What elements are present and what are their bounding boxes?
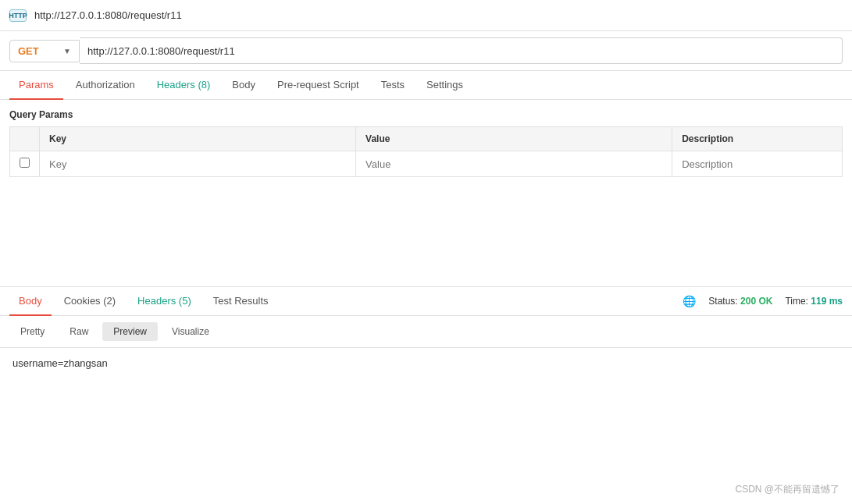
row-checkbox[interactable] [10, 151, 40, 177]
globe-icon: 🌐 [683, 295, 696, 307]
title-bar-url: http://127.0.0.1:8080/request/r11 [34, 9, 182, 21]
description-input[interactable] [682, 158, 832, 170]
response-tabs-bar: Body Cookies (2) Headers (5) Test Result… [0, 287, 852, 316]
response-tab-testresults[interactable]: Test Results [204, 287, 278, 316]
tab-headers[interactable]: Headers (8) [148, 71, 220, 100]
chevron-down-icon: ▼ [63, 47, 71, 55]
format-tab-preview[interactable]: Preview [102, 322, 158, 341]
row-key[interactable] [40, 151, 356, 177]
col-checkbox [10, 127, 40, 151]
row-value[interactable] [356, 151, 672, 177]
format-tab-raw[interactable]: Raw [59, 322, 99, 341]
response-status: 🌐 Status: 200 OK Time: 119 ms [683, 295, 843, 307]
params-section: Query Params Key Value Description [0, 100, 852, 177]
method-select[interactable]: GET ▼ [9, 40, 80, 62]
col-description: Description [672, 127, 843, 151]
tab-prerequest[interactable]: Pre-request Script [268, 71, 369, 100]
response-body-content: username=zhangsan [12, 357, 108, 369]
key-input[interactable] [49, 158, 346, 170]
col-key: Key [40, 127, 356, 151]
request-tabs-bar: Params Authorization Headers (8) Body Pr… [0, 71, 852, 100]
params-table: Key Value Description [9, 126, 843, 177]
watermark: CSDN @不能再留遗憾了 [735, 483, 840, 496]
table-header-row: Key Value Description [10, 127, 843, 151]
method-label: GET [18, 45, 39, 57]
http-icon: HTTP [9, 9, 27, 22]
value-input[interactable] [365, 158, 662, 170]
status-label: Status: 200 OK [708, 296, 772, 307]
url-bar: GET ▼ http://127.0.0.1:8080/request/r11 [0, 31, 852, 71]
tab-tests[interactable]: Tests [372, 71, 414, 100]
format-tab-pretty[interactable]: Pretty [9, 322, 55, 341]
checkbox-input[interactable] [20, 158, 30, 168]
col-value: Value [356, 127, 672, 151]
response-section: Body Cookies (2) Headers (5) Test Result… [0, 287, 852, 395]
status-value: 200 OK [740, 296, 772, 307]
row-description[interactable] [672, 151, 843, 177]
table-row [10, 151, 843, 177]
tab-authorization[interactable]: Authorization [66, 71, 144, 100]
tab-body[interactable]: Body [223, 71, 265, 100]
tab-settings[interactable]: Settings [417, 71, 472, 100]
query-params-label: Query Params [9, 109, 843, 120]
title-bar: HTTP http://127.0.0.1:8080/request/r11 [0, 0, 852, 31]
format-tab-visualize[interactable]: Visualize [161, 322, 220, 341]
url-input[interactable]: http://127.0.0.1:8080/request/r11 [80, 37, 843, 64]
response-tab-body[interactable]: Body [9, 287, 52, 316]
format-tabs: Pretty Raw Preview Visualize [0, 316, 852, 348]
response-tab-cookies[interactable]: Cookies (2) [55, 287, 125, 316]
time-label: Time: 119 ms [785, 296, 843, 307]
response-body: username=zhangsan [0, 348, 852, 395]
tab-params[interactable]: Params [9, 71, 63, 100]
time-value: 119 ms [811, 296, 843, 307]
response-tab-headers[interactable]: Headers (5) [128, 287, 201, 316]
